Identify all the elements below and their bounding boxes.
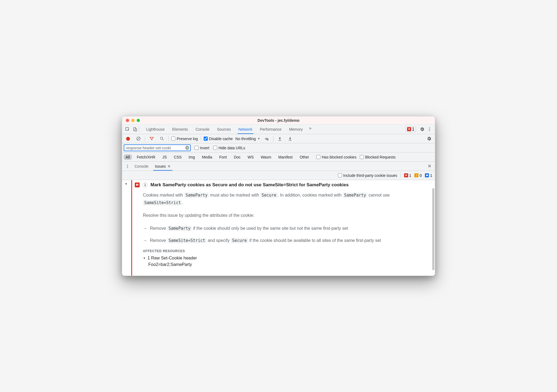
close-tab-icon[interactable]: ✕: [167, 164, 171, 168]
affected-resources-heading: AFFECTED RESOURCES: [143, 249, 428, 253]
main-toolbar: Lighthouse Elements Console Sources Netw…: [122, 124, 435, 134]
separator: [145, 136, 145, 141]
blocked-requests-checkbox[interactable]: Blocked Requests: [360, 155, 396, 159]
preserve-log-checkbox[interactable]: Preserve log: [171, 137, 198, 141]
warn-count-value: 0: [420, 173, 422, 178]
record-button[interactable]: [124, 135, 132, 143]
minimize-window-button[interactable]: [131, 119, 135, 122]
issue-text: . In addition, cookies marked with: [278, 193, 343, 197]
error-count-badge[interactable]: ✕ 1: [405, 126, 416, 132]
more-tabs-icon[interactable]: »: [307, 124, 314, 132]
clear-filter-icon[interactable]: ✕: [185, 146, 189, 150]
separator: [273, 136, 273, 141]
network-settings-icon[interactable]: [425, 135, 433, 143]
scrollbar[interactable]: [432, 188, 434, 270]
svg-point-13: [127, 167, 128, 168]
filter-chip-other[interactable]: Other: [298, 154, 311, 160]
tab-elements[interactable]: Elements: [169, 124, 192, 134]
svg-point-4: [429, 129, 430, 130]
issue-text: Remove: [150, 226, 167, 231]
drawer-tab-issues[interactable]: Issues ✕: [152, 162, 174, 171]
tab-lighthouse[interactable]: Lighthouse: [142, 124, 169, 134]
disable-cache-label: Disable cache: [209, 137, 233, 141]
filter-chip-manifest[interactable]: Manifest: [276, 154, 294, 160]
invert-checkbox[interactable]: Invert: [194, 146, 209, 150]
hide-data-urls-checkbox[interactable]: Hide data URLs: [213, 146, 245, 150]
hide-data-urls-label: Hide data URLs: [219, 146, 245, 150]
issue-text: cannot use: [367, 193, 390, 197]
tab-memory[interactable]: Memory: [285, 124, 307, 134]
filter-icon[interactable]: [148, 135, 155, 143]
code-secure: Secure: [231, 238, 248, 243]
tab-network[interactable]: Network: [235, 124, 256, 134]
download-har-icon[interactable]: [286, 135, 294, 143]
upload-har-icon[interactable]: [276, 135, 284, 143]
throttling-select[interactable]: No throttling ▼: [236, 137, 260, 141]
issues-warning-count[interactable]: ! 0: [414, 173, 422, 178]
svg-rect-2: [135, 129, 137, 131]
tab-console[interactable]: Console: [192, 124, 213, 134]
issue-title: Mark SameParty cookies as Secure and do …: [150, 182, 349, 188]
error-icon: ✕: [407, 127, 411, 131]
maximize-window-button[interactable]: [137, 119, 140, 122]
arrow-icon: →: [143, 225, 147, 232]
issue-header[interactable]: ✕ 1 Mark SameParty cookies as Secure and…: [132, 182, 428, 191]
filter-chip-doc[interactable]: Doc: [232, 154, 243, 160]
issue-bullet: → Remove SameSite=Strict and specify Sec…: [143, 237, 425, 244]
type-filters: All Fetch/XHR JS CSS Img Media Font Doc …: [122, 153, 435, 162]
filter-chip-media[interactable]: Media: [200, 154, 214, 160]
error-icon: ✕: [404, 173, 408, 177]
issue-error-icon: ✕: [135, 183, 140, 187]
filter-chip-js[interactable]: JS: [160, 154, 169, 160]
device-toolbar-icon[interactable]: [131, 126, 139, 133]
filter-chip-ws[interactable]: WS: [246, 154, 256, 160]
filter-chip-img[interactable]: Img: [187, 154, 197, 160]
issue-count-pill: 1: [142, 183, 148, 187]
svg-line-7: [137, 137, 140, 140]
error-count: 1: [412, 127, 414, 132]
affected-item-label: 1 Raw Set-Cookie header: [147, 256, 197, 261]
filter-chip-wasm[interactable]: Wasm: [259, 154, 273, 160]
code-samesite-strict: SameSite=Strict: [167, 238, 206, 243]
close-window-button[interactable]: [126, 119, 129, 122]
inspect-element-icon[interactable]: [124, 126, 131, 133]
close-drawer-icon[interactable]: ✕: [426, 163, 433, 170]
include-third-party-checkbox[interactable]: Include third-party cookie issues: [338, 173, 397, 178]
drawer-kebab-icon[interactable]: [124, 163, 131, 170]
filter-chip-fetchxhr[interactable]: Fetch/XHR: [135, 154, 157, 160]
titlebar: DevTools - jec.fyi/demo: [122, 116, 435, 124]
drawer-tab-issues-label: Issues: [155, 164, 166, 168]
expand-triangle-icon[interactable]: ▼: [125, 182, 128, 185]
preserve-log-label: Preserve log: [177, 137, 198, 141]
warning-icon: !: [414, 173, 418, 177]
network-conditions-icon[interactable]: [263, 135, 270, 143]
filter-chip-font[interactable]: Font: [217, 154, 229, 160]
tab-performance[interactable]: Performance: [256, 124, 285, 134]
filter-chip-all[interactable]: All: [124, 154, 132, 160]
issues-info-count[interactable]: 1: [425, 173, 432, 178]
filter-chip-css[interactable]: CSS: [172, 154, 183, 160]
invert-label: Invert: [200, 146, 209, 150]
tab-sources[interactable]: Sources: [213, 124, 234, 134]
affected-resource-item[interactable]: ▼ 1 Raw Set-Cookie header: [143, 256, 428, 261]
issue-text: Remove: [150, 238, 167, 243]
issue-text: must also be marked with: [209, 193, 260, 197]
has-blocked-cookies-checkbox[interactable]: Has blocked cookies: [316, 155, 356, 159]
svg-point-8: [160, 137, 163, 139]
svg-point-3: [429, 127, 430, 128]
settings-icon[interactable]: [418, 126, 426, 133]
error-count-value: 1: [409, 173, 411, 178]
filter-input[interactable]: [126, 146, 185, 150]
disable-cache-checkbox[interactable]: Disable cache: [204, 137, 233, 141]
separator: [401, 173, 401, 178]
code-sameparty: SameParty: [184, 192, 209, 198]
drawer-tab-console[interactable]: Console: [131, 162, 152, 171]
search-icon[interactable]: [158, 135, 166, 143]
clear-icon[interactable]: [135, 135, 142, 143]
issues-error-count[interactable]: ✕ 1: [404, 173, 411, 178]
kebab-menu-icon[interactable]: [426, 126, 433, 133]
issue-content: ✕ 1 Mark SameParty cookies as Secure and…: [131, 180, 435, 275]
window-title: DevTools - jec.fyi/demo: [122, 118, 435, 123]
info-count-value: 1: [430, 173, 432, 178]
issue-resolve-text: Resolve this issue by updating the attri…: [143, 212, 425, 219]
